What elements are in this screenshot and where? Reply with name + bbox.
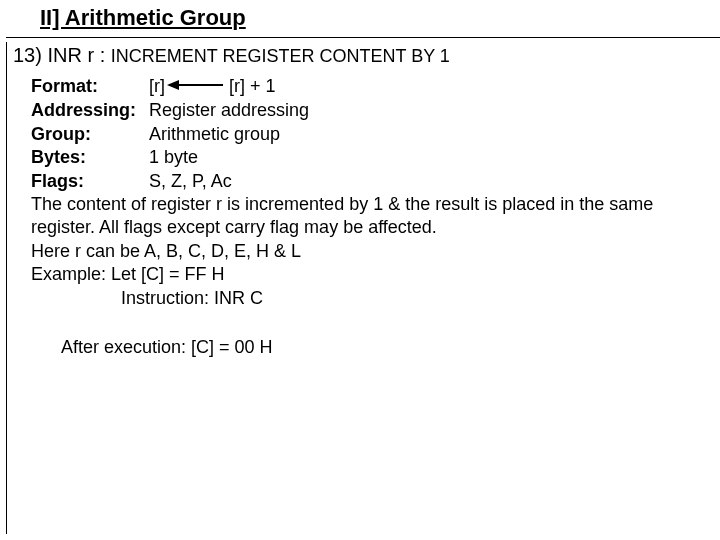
svg-marker-1 <box>167 80 179 90</box>
bytes-row: Bytes: 1 byte <box>31 146 696 169</box>
divider <box>6 37 720 38</box>
instruction-description-short: INCREMENT REGISTER CONTENT BY 1 <box>111 46 450 66</box>
addressing-value: Register addressing <box>149 99 696 122</box>
format-lhs: [r] <box>149 75 165 98</box>
bytes-label: Bytes: <box>31 146 149 169</box>
group-row: Group: Arithmetic group <box>31 123 696 146</box>
flags-label: Flags: <box>31 170 149 193</box>
example-label: Example: Let [C] = FF H <box>31 263 696 286</box>
bytes-value: 1 byte <box>149 146 696 169</box>
instruction-heading: 13) INR r : INCREMENT REGISTER CONTENT B… <box>6 42 714 74</box>
format-label: Format: <box>31 75 149 98</box>
group-value: Arithmetic group <box>149 123 696 146</box>
instruction-body: Format: [r] [r] + 1 Addressing: Register… <box>6 74 714 534</box>
instruction-name: INR r : <box>47 44 105 66</box>
flags-row: Flags: S, Z, P, Ac <box>31 170 696 193</box>
after-execution: After execution: [C] = 00 H <box>31 336 696 359</box>
addressing-label: Addressing: <box>31 99 149 122</box>
registers-note: Here r can be A, B, C, D, E, H & L <box>31 240 696 263</box>
format-row: Format: [r] [r] + 1 <box>31 74 696 99</box>
group-label: Group: <box>31 123 149 146</box>
arrow-left-icon <box>167 74 223 97</box>
item-number: 13) <box>13 44 42 66</box>
description-text: The content of register r is incremented… <box>31 193 696 240</box>
format-rhs: [r] + 1 <box>229 75 276 98</box>
example-instruction: Instruction: INR C <box>31 287 696 310</box>
addressing-row: Addressing: Register addressing <box>31 99 696 122</box>
section-title: II] Arithmetic Group <box>6 4 714 35</box>
flags-value: S, Z, P, Ac <box>149 170 696 193</box>
